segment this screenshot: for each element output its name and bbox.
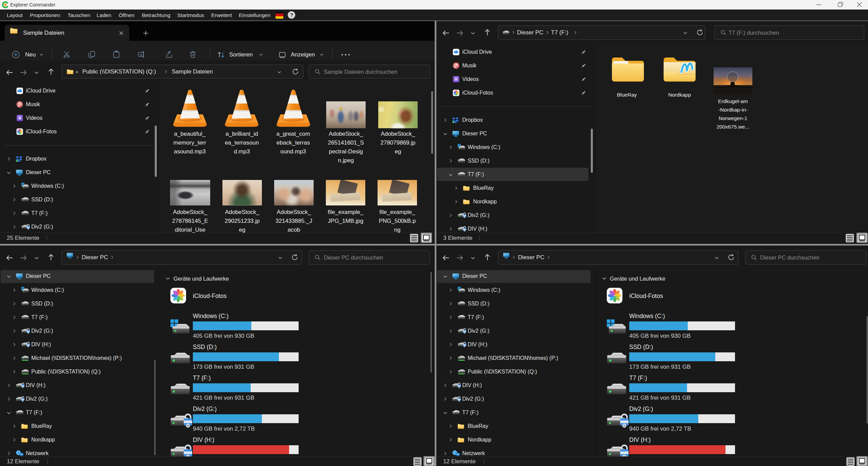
svg-text:A: A <box>140 53 142 56</box>
